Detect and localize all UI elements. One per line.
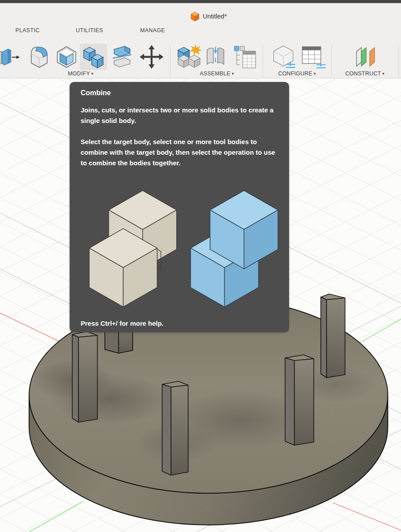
- tab-utilities[interactable]: UTILITIES: [76, 27, 103, 33]
- combine-tooltip: Combine Joins, cuts, or intersects two o…: [70, 82, 289, 332]
- configuration-table-icon: [300, 44, 327, 70]
- fillet-icon: [27, 45, 52, 69]
- new-badge-star: [190, 45, 201, 55]
- split-body-icon: [110, 45, 134, 69]
- chevron-down-icon: ▾: [232, 71, 234, 76]
- chevron-down-icon: ▾: [91, 71, 93, 76]
- tool-shell[interactable]: [54, 44, 79, 70]
- tooltip-title: Combine: [81, 89, 278, 97]
- document-title: Untitled*: [203, 13, 227, 20]
- assemble-group-dropdown[interactable]: ASSEMBLE▾: [190, 71, 243, 77]
- window-top-strip: [0, 0, 401, 3]
- group-divider: [263, 45, 263, 78]
- new-component-icon: [176, 45, 201, 69]
- group-divider: [170, 45, 171, 78]
- combine-after-illustration: [187, 185, 283, 309]
- combine-icon: [81, 45, 106, 69]
- tool-combine[interactable]: [80, 44, 107, 70]
- tool-configuration-table[interactable]: [300, 44, 327, 70]
- document-tab[interactable]: Untitled*: [190, 9, 227, 24]
- peg-right[interactable]: [285, 355, 314, 445]
- joint-icon: [204, 45, 227, 69]
- modify-group-dropdown[interactable]: MODIFY▾: [54, 71, 107, 77]
- ribbon-toolbar: Untitled* PLASTIC UTILITIES MANAGE: [0, 3, 401, 78]
- tab-manage[interactable]: MANAGE: [140, 27, 165, 33]
- tool-fillet[interactable]: [26, 44, 52, 70]
- tool-offset-plane[interactable]: [352, 44, 377, 70]
- chevron-down-icon: ▾: [314, 71, 316, 76]
- tool-press-pull[interactable]: [0, 44, 20, 70]
- construct-group-label: CONSTRUCT: [345, 71, 381, 77]
- component-pattern-icon: [232, 45, 257, 69]
- group-divider: [331, 45, 332, 78]
- configure-group-dropdown[interactable]: CONFIGURE▾: [271, 71, 323, 77]
- tooltip-description-2: Select the target body, select one or mo…: [81, 137, 280, 168]
- tab-plastic[interactable]: PLASTIC: [15, 27, 40, 33]
- tool-joint[interactable]: [204, 44, 227, 70]
- tooltip-help-hint: Press Ctrl+/ for more help.: [81, 320, 163, 327]
- offset-plane-icon: [352, 45, 377, 69]
- modify-group-label: MODIFY: [68, 71, 90, 77]
- configure-icon: [270, 44, 297, 70]
- tool-component-pattern[interactable]: [232, 44, 257, 70]
- construct-group-dropdown[interactable]: CONSTRUCT▾: [338, 71, 391, 77]
- group-divider: [398, 45, 399, 78]
- move-copy-icon: [139, 45, 164, 69]
- peg-back-right-tall[interactable]: [321, 294, 345, 378]
- configure-group-label: CONFIGURE: [278, 71, 312, 77]
- tooltip-illustrations: [81, 179, 284, 309]
- chevron-down-icon: ▾: [382, 71, 385, 76]
- peg-left[interactable]: [72, 331, 97, 422]
- tool-configure[interactable]: [270, 44, 297, 70]
- fusion-window: Combine Joins, cuts, or intersects two o…: [0, 0, 401, 532]
- tooltip-description-1: Joins, cuts, or intersects two or more s…: [81, 105, 280, 126]
- assemble-group-label: ASSEMBLE: [200, 71, 230, 77]
- document-cube-icon: [190, 11, 200, 22]
- tool-split-body[interactable]: [109, 44, 135, 70]
- peg-center[interactable]: [162, 381, 188, 475]
- tool-move-copy[interactable]: [139, 44, 164, 70]
- shell-icon: [54, 45, 79, 69]
- tool-new-component[interactable]: [176, 44, 201, 70]
- press-pull-icon: [0, 45, 20, 69]
- combine-before-illustration: [86, 185, 182, 309]
